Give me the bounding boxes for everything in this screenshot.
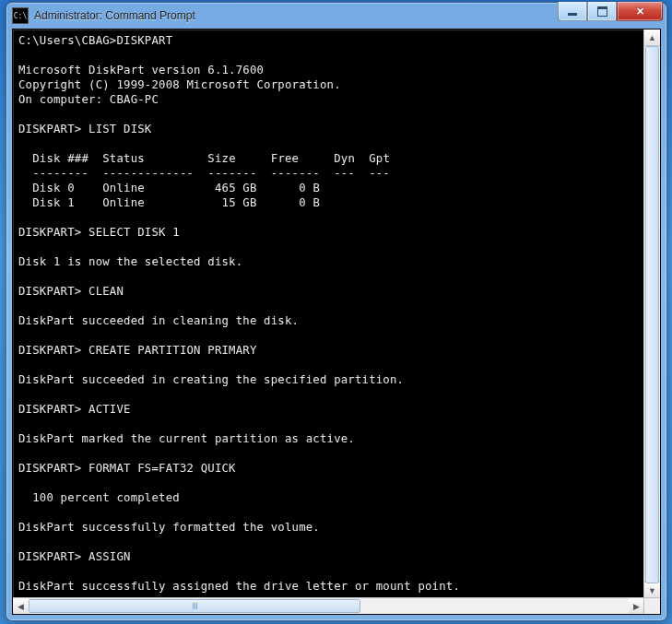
horizontal-scrollbar[interactable]: ◀ ▶: [13, 597, 644, 614]
close-icon: ✕: [636, 6, 644, 18]
chevron-left-icon: ◀: [18, 602, 24, 611]
command-prompt-window: C:\ Administrator: Command Prompt ✕ C:\U…: [6, 2, 667, 621]
titlebar[interactable]: C:\ Administrator: Command Prompt ✕: [6, 3, 666, 29]
client-area: C:\Users\CBAG>DISKPART Microsoft DiskPar…: [12, 29, 661, 615]
hscroll-thumb[interactable]: [29, 599, 360, 613]
chevron-right-icon: ▶: [633, 602, 640, 611]
scrollbar-corner: [643, 597, 660, 614]
vscroll-thumb[interactable]: [645, 46, 659, 583]
close-button[interactable]: ✕: [617, 2, 663, 21]
maximize-button[interactable]: [587, 2, 617, 21]
scroll-down-button[interactable]: ▼: [644, 582, 660, 598]
maximize-icon: [597, 6, 607, 17]
minimize-icon: [568, 13, 577, 16]
hscroll-track[interactable]: [29, 598, 629, 614]
scroll-right-button[interactable]: ▶: [629, 598, 644, 614]
console-text: C:\Users\CBAG>DISKPART Microsoft DiskPar…: [18, 33, 656, 597]
terminal-output[interactable]: C:\Users\CBAG>DISKPART Microsoft DiskPar…: [13, 29, 660, 597]
vscroll-track[interactable]: [644, 46, 660, 582]
chevron-up-icon: ▲: [648, 33, 656, 42]
minimize-button[interactable]: [558, 2, 587, 21]
scroll-left-button[interactable]: ◀: [13, 598, 29, 614]
thumb-grip-icon: [193, 603, 197, 609]
chevron-down-icon: ▼: [648, 586, 656, 595]
vertical-scrollbar[interactable]: ▲ ▼: [643, 29, 660, 598]
scroll-up-button[interactable]: ▲: [644, 29, 660, 46]
app-icon: C:\: [12, 7, 29, 24]
